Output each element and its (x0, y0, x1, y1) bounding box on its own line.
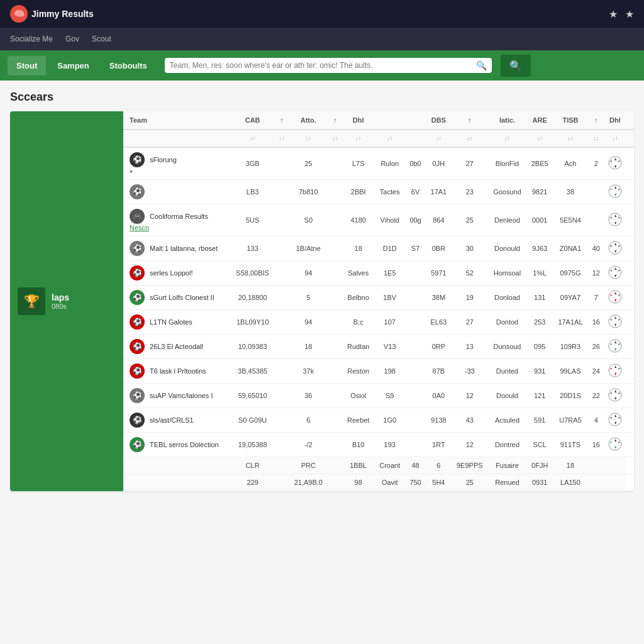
td-arrow2 (328, 236, 342, 261)
td-tisb: 09YA7 (553, 286, 587, 310)
team-logo: ⚽ (130, 290, 145, 305)
td-atto: 94 (289, 310, 328, 335)
td-d3 (405, 433, 426, 457)
td-cab: 19,05388 (231, 433, 275, 457)
td-d4-b: Fusaire (488, 457, 526, 474)
nav-link-gov[interactable]: Gov (65, 30, 79, 48)
td-arrow1 (275, 204, 289, 236)
search-icon-button[interactable]: 🔍 (476, 60, 487, 70)
td-arr2-b (328, 474, 342, 491)
team-name-wrapper: sls/ast/CRLS1 (150, 416, 194, 424)
td-tisb: 17A1AL (553, 310, 587, 335)
team-name: suAP Vamc/lalones I (150, 392, 213, 399)
td-latic-b: 25 (452, 474, 488, 491)
td-latic: 43 (452, 408, 488, 433)
td-tisb: 5E5N4 (553, 204, 587, 236)
td-tisb: 109R3 (553, 335, 587, 359)
nav-item-stout[interactable]: Stout (8, 56, 46, 75)
table-row: ⚽ TEBL serros Dolection 19,05388 -/2 B10… (123, 433, 634, 457)
td-d5: 16 (588, 310, 604, 335)
star-icon-2[interactable]: ★ (625, 8, 634, 20)
td-ball (604, 147, 626, 180)
td-atto: 25 (289, 147, 328, 180)
th-arrow3: ↑ (452, 111, 488, 130)
td-d1-b: 1BBL (342, 457, 374, 474)
td-d2: V13 (374, 335, 405, 359)
th-dbs: DBS (426, 111, 452, 130)
th-cab: CAB (231, 111, 275, 130)
nav-link-scout[interactable]: Scout (92, 30, 111, 48)
td-arrow2 (328, 180, 342, 204)
td-d4: Homsoal (488, 261, 526, 286)
featured-team-info: laps 080s (52, 292, 69, 310)
td-cab: S58,00BIS (231, 261, 275, 286)
td-dbs: 0BR (426, 236, 452, 261)
td-arrow2 (328, 408, 342, 433)
td-d1: Belbno (342, 286, 374, 310)
secondary-nav: Socialize Me Gov Scout (0, 28, 644, 50)
td-d5: 40 (588, 236, 604, 261)
team-name: sFlorung (150, 156, 177, 164)
td-d4: Goosund (488, 180, 526, 204)
table-row-bottom: 229 21,A9B.0 98 Oavit 750 5H4 25 Renued … (123, 474, 634, 491)
td-tisb: Z0NA1 (553, 236, 587, 261)
td-atto: 37k (289, 359, 328, 384)
td-atto: 36 (289, 384, 328, 408)
td-are-b: 0FJH (526, 457, 553, 474)
td-arrow2 (328, 359, 342, 384)
td-d5 (588, 180, 604, 204)
featured-team-logo: 🏆 (18, 287, 45, 315)
td-d4: Dontod (488, 310, 526, 335)
td-atto: -/2 (289, 433, 328, 457)
td-d2-b: Oavit (374, 474, 405, 491)
star-icon-1[interactable]: ★ (609, 8, 618, 20)
table-row: ⚽ sGurt Lolfs Clonest II 20,18800 5 Belb… (123, 286, 634, 310)
team-name: sGurt Lolfs Clonest II (150, 294, 214, 301)
td-d1: Osiol (342, 384, 374, 408)
search-input[interactable] (170, 61, 476, 70)
team-cell: ⚽ T6 lask l Prltootins (123, 359, 231, 384)
th-sub-6: ↓↑ (374, 130, 405, 147)
soccer-ball-icon (608, 184, 622, 198)
td-latic: -33 (452, 359, 488, 384)
td-atto: 6 (289, 408, 328, 433)
td-d5 (588, 204, 604, 236)
td-latic: 52 (452, 261, 488, 286)
td-latic: 30 (452, 236, 488, 261)
th-atto: Atto. (289, 111, 328, 130)
team-cell: ⚽ sGurt Lolfs Clonest II (123, 286, 231, 310)
team-cell: ⚽ Malt 1 laltanna, rboset (123, 236, 231, 261)
td-d3-b: 750 (405, 474, 426, 491)
td-arrow2 (328, 335, 342, 359)
th-dhl: Dhl (342, 111, 374, 130)
expand-icon[interactable]: ▾ (130, 168, 133, 175)
td-d2: 1E5 (374, 261, 405, 286)
soccer-ball-icon (608, 314, 622, 328)
td-cab: 10,09383 (231, 335, 275, 359)
table-row: 🎮 Cooliforma Results Nescn 5US S0 4180 V… (123, 204, 634, 236)
td-d2: Tactes (374, 180, 405, 204)
search-submit-button[interactable]: 🔍 (501, 55, 531, 77)
th-sub-8: ↓↑ (426, 130, 452, 147)
td-arr-b (275, 474, 289, 491)
td-arr-b (275, 457, 289, 474)
td-d4-b: Renued (488, 474, 526, 491)
table-area: Team CAB ↑ Atto. ↑ Dhl DBS ↑ latic. ARE (123, 111, 634, 491)
team-cell: ⚽ (123, 180, 231, 204)
nav-link-socialize[interactable]: Socialize Me (10, 30, 53, 48)
td-ball (604, 180, 626, 204)
main-content: Sccears 🏆 laps 080s Team CAB (0, 80, 644, 644)
team-name: 26L3 El Acteodall (150, 343, 203, 350)
table-row: ⚽ serles Loppol! S58,00BIS 94 Salves 1E5… (123, 261, 634, 286)
th-are: ARE (526, 111, 553, 130)
team-logo: ⚽ (130, 364, 145, 379)
row-link[interactable]: Nescn (130, 224, 227, 231)
td-tisb-b: 18 (553, 457, 587, 474)
nav-item-sampen[interactable]: Sampen (48, 56, 98, 75)
td-d4: Dunsoud (488, 335, 526, 359)
td-dbs: EL63 (426, 310, 452, 335)
td-team-empty (123, 457, 231, 474)
nav-item-stoboults[interactable]: Stoboults (101, 56, 156, 75)
team-name: TEBL serros Dolection (150, 441, 219, 448)
team-logo: ⚽ (130, 152, 145, 167)
